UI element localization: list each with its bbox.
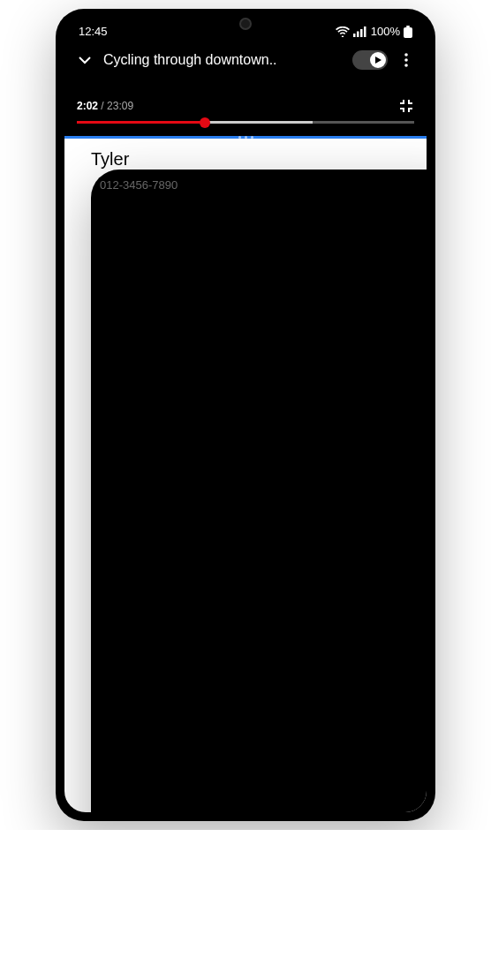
video-title: Cycling through downtown.. (103, 52, 342, 68)
video-header: Cycling through downtown.. (64, 41, 427, 79)
status-right: 100% (336, 25, 412, 38)
signal-icon (353, 26, 367, 37)
svg-rect-2 (360, 29, 363, 37)
messages-pane: Tyler 012-3456-7890 It's finally the wee… (64, 139, 427, 812)
progress-info: 2:02 / 23:09 (64, 93, 427, 116)
fullscreen-exit-icon[interactable] (398, 98, 414, 114)
play-icon (374, 56, 382, 64)
wifi-icon (336, 26, 350, 37)
duration-time: 23:09 (107, 100, 133, 112)
contact-phone: 012-3456-7890 (91, 170, 427, 812)
screen: 12:45 100% Cycling through downtown.. (64, 18, 427, 812)
svg-point-7 (404, 58, 408, 62)
svg-rect-3 (364, 26, 366, 37)
battery-icon (404, 26, 412, 38)
svg-point-8 (404, 64, 408, 67)
playback-time: 2:02 / 23:09 (77, 100, 133, 112)
seek-bar[interactable] (77, 121, 414, 124)
svg-rect-0 (353, 34, 356, 37)
pip-toggle[interactable] (352, 50, 388, 70)
more-icon[interactable] (398, 52, 414, 68)
progress-fill (77, 121, 205, 124)
phone-frame: 12:45 100% Cycling through downtown.. (56, 9, 435, 821)
seek-thumb[interactable] (200, 117, 210, 128)
contact-name: Tyler (91, 149, 427, 170)
svg-rect-5 (404, 27, 412, 38)
collapse-icon[interactable] (77, 52, 93, 68)
battery-text: 100% (371, 25, 400, 38)
current-time: 2:02 (77, 100, 98, 112)
front-camera (239, 18, 252, 30)
svg-rect-4 (406, 26, 410, 27)
video-player-pane: 12:45 100% Cycling through downtown.. (64, 18, 427, 136)
status-time: 12:45 (79, 25, 108, 38)
conversation-header: Tyler 012-3456-7890 (64, 139, 427, 812)
svg-point-6 (404, 53, 408, 57)
contact-info[interactable]: Tyler 012-3456-7890 (91, 149, 427, 812)
svg-rect-1 (357, 31, 359, 37)
